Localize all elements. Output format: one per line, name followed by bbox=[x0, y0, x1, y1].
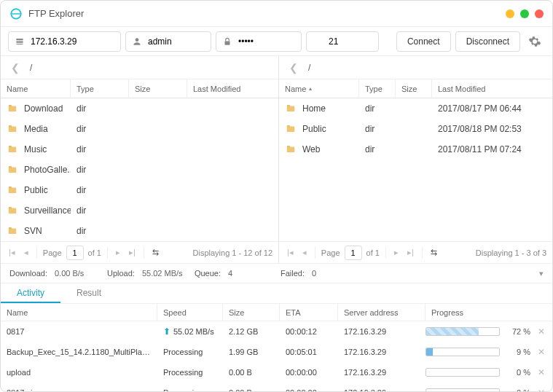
progress-percent: 0 % bbox=[506, 388, 530, 392]
col-size[interactable]: Size bbox=[396, 79, 432, 98]
pager-refresh[interactable]: ⇆ bbox=[150, 246, 161, 259]
window-close[interactable] bbox=[535, 9, 544, 18]
cancel-transfer-button[interactable]: ✕ bbox=[536, 367, 546, 377]
window-maximize[interactable] bbox=[520, 9, 529, 18]
pager-info: Displaying 1 - 12 of 12 bbox=[193, 248, 272, 257]
col-type[interactable]: Type bbox=[71, 79, 129, 98]
pager-last[interactable]: ▸| bbox=[405, 246, 416, 259]
xcol-speed[interactable]: Speed bbox=[157, 304, 223, 321]
pager-page-input[interactable] bbox=[66, 246, 84, 260]
pager-refresh[interactable]: ⇆ bbox=[428, 246, 439, 259]
xcol-server[interactable]: Server address bbox=[338, 304, 425, 321]
file-row[interactable]: Media dir bbox=[1, 119, 278, 139]
file-row[interactable]: Music dir bbox=[1, 139, 278, 160]
pager-last[interactable]: ▸| bbox=[127, 246, 138, 259]
remote-back-button[interactable]: ❮ bbox=[286, 60, 301, 75]
window-minimize[interactable] bbox=[506, 9, 514, 18]
cancel-transfer-button[interactable]: ✕ bbox=[536, 326, 546, 337]
xcol-progress[interactable]: Progress bbox=[425, 304, 552, 321]
col-type[interactable]: Type bbox=[359, 79, 396, 98]
local-file-list[interactable]: Download dir Media dir Music dir PhotoGa… bbox=[1, 98, 278, 241]
file-row[interactable]: Web dir 2017/08/11 PM 07:24 bbox=[279, 139, 552, 160]
settings-button[interactable] bbox=[525, 31, 545, 52]
disconnect-button[interactable]: Disconnect bbox=[455, 31, 520, 52]
pager-next[interactable]: ▸ bbox=[114, 246, 122, 259]
app-icon bbox=[9, 7, 23, 20]
col-name[interactable]: Name bbox=[279, 79, 359, 98]
connect-button[interactable]: Connect bbox=[396, 31, 451, 52]
local-back-button[interactable]: ❮ bbox=[8, 60, 23, 75]
pager-next[interactable]: ▸ bbox=[392, 246, 401, 259]
transfer-row[interactable]: Backup_Exec_15_14.2.1180_MultiPlatf... P… bbox=[1, 342, 552, 362]
pager-first[interactable]: |◂ bbox=[7, 246, 17, 259]
file-row[interactable]: Home dir 2017/08/17 PM 06:44 bbox=[279, 98, 552, 119]
tab-activity[interactable]: Activity bbox=[1, 283, 60, 303]
file-name: Surveillance bbox=[24, 205, 71, 216]
xfer-eta: 00:00:00 bbox=[280, 368, 338, 377]
col-name[interactable]: Name bbox=[1, 79, 71, 98]
pager-prev[interactable]: ◂ bbox=[300, 246, 309, 259]
collapse-toggle[interactable]: ▾ bbox=[539, 269, 544, 278]
transfer-list: 0817 ⬆55.02 MB/s 2.12 GB 00:00:12 172.16… bbox=[1, 321, 552, 392]
remote-path: / bbox=[308, 63, 310, 73]
file-row[interactable]: SVN dir bbox=[1, 221, 278, 241]
progress-bar bbox=[425, 327, 500, 336]
local-path: / bbox=[30, 63, 32, 73]
pager-page-input[interactable] bbox=[345, 246, 362, 260]
user-input[interactable] bbox=[148, 36, 205, 47]
xcol-size[interactable]: Size bbox=[223, 304, 280, 321]
xfer-name: Backup_Exec_15_14.2.1180_MultiPlatf... bbox=[1, 348, 157, 356]
file-name: Web bbox=[302, 144, 320, 154]
remote-file-list[interactable]: Home dir 2017/08/17 PM 06:44 Public dir … bbox=[279, 98, 552, 241]
svg-point-4 bbox=[136, 38, 139, 42]
pager-first[interactable]: |◂ bbox=[285, 246, 296, 259]
transfer-row[interactable]: upload Processing 0.00 B 00:00:00 172.16… bbox=[1, 362, 552, 383]
tab-result[interactable]: Result bbox=[60, 283, 117, 303]
file-row[interactable]: PhotoGalle... dir bbox=[1, 160, 278, 180]
pager-prev[interactable]: ◂ bbox=[22, 246, 31, 259]
connection-bar: Connect Disconnect bbox=[1, 27, 552, 56]
file-type: dir bbox=[71, 103, 129, 114]
folder-icon bbox=[285, 124, 297, 134]
folder-icon bbox=[7, 103, 18, 114]
xcol-name[interactable]: Name bbox=[1, 304, 157, 321]
progress-bar bbox=[425, 388, 500, 392]
col-modified[interactable]: Last Modified bbox=[432, 79, 552, 98]
remote-pane: ❮ / Name Type Size Last Modified Home di… bbox=[279, 56, 552, 263]
file-type: dir bbox=[71, 165, 129, 175]
xfer-eta: 00:00:00 bbox=[280, 388, 338, 392]
pager-page-label: Page bbox=[43, 248, 62, 257]
file-row[interactable]: Download dir bbox=[1, 98, 278, 119]
transfer-row[interactable]: 0817 ⬆55.02 MB/s 2.12 GB 00:00:12 172.16… bbox=[1, 321, 552, 342]
svg-rect-3 bbox=[16, 43, 23, 44]
file-row[interactable]: Surveillance dir bbox=[1, 200, 278, 221]
password-input[interactable] bbox=[238, 36, 295, 47]
xcol-eta[interactable]: ETA bbox=[280, 304, 338, 321]
file-type: dir bbox=[359, 124, 396, 134]
upload-arrow-icon: ⬆ bbox=[163, 326, 170, 337]
user-icon bbox=[132, 36, 142, 47]
remote-pager: |◂ ◂ Page of 1 ▸ ▸| ⇆ Displaying 1 - 3 o… bbox=[279, 241, 552, 263]
svg-rect-2 bbox=[16, 41, 23, 42]
file-row[interactable]: Public dir bbox=[1, 180, 278, 200]
file-name: Download bbox=[24, 103, 63, 114]
col-size[interactable]: Size bbox=[129, 79, 187, 98]
file-name: Media bbox=[24, 124, 48, 134]
host-input[interactable] bbox=[31, 36, 114, 47]
local-pane: ❮ / Name Type Size Last Modified Downloa… bbox=[1, 56, 279, 263]
file-row[interactable]: Public dir 2017/08/18 PM 02:53 bbox=[279, 119, 552, 139]
pager-of: of 1 bbox=[88, 248, 101, 257]
progress-percent: 9 % bbox=[506, 348, 530, 356]
cancel-transfer-button[interactable]: ✕ bbox=[536, 347, 546, 357]
progress-percent: 72 % bbox=[506, 327, 530, 336]
xfer-server: 172.16.3.29 bbox=[338, 327, 425, 336]
folder-icon bbox=[7, 165, 18, 175]
col-modified[interactable]: Last Modified bbox=[187, 79, 278, 98]
folder-icon bbox=[7, 124, 18, 134]
file-name: Music bbox=[24, 144, 47, 154]
transfer-row[interactable]: 0817.zip Processing 0.00 B 00:00:00 172.… bbox=[1, 383, 552, 392]
download-value: 0.00 B/s bbox=[55, 269, 95, 278]
cancel-transfer-button[interactable]: ✕ bbox=[536, 388, 546, 392]
port-input[interactable] bbox=[329, 36, 372, 47]
xfer-speed: Processing bbox=[157, 348, 223, 356]
